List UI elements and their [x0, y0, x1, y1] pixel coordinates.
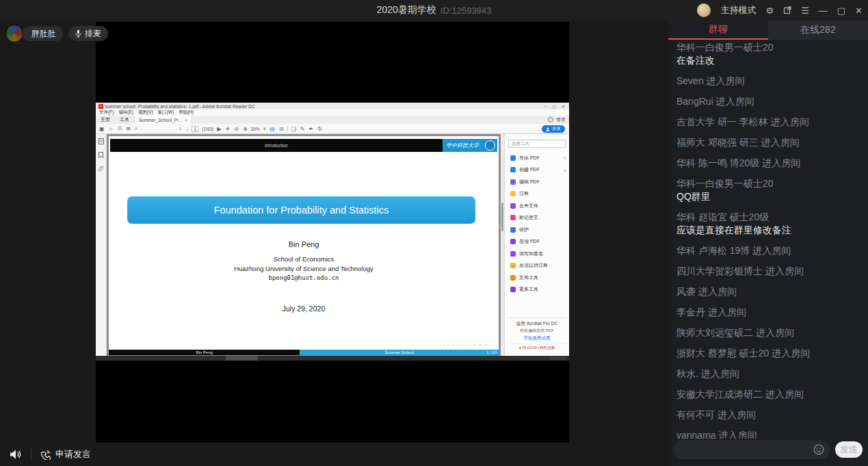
chat-message-sender: 福师大 邓晓强 研三 进入房间: [676, 136, 863, 149]
pdf-document-tab-close-icon: ×: [185, 118, 187, 122]
pdf-document-area: Introduction 华中科技大学 Foundation for Proba…: [107, 134, 501, 356]
tab-online-members[interactable]: 在线282: [768, 21, 868, 40]
tool-icon: [510, 155, 516, 161]
tool-icon: [510, 287, 516, 292]
tools-panel-item: 合并文件: [505, 200, 569, 212]
chat-message-sender: 陕师大刘远玺硕二 进入房间: [676, 326, 863, 339]
chat-message-sender: 浙财大 蔡梦慰 硕士20 进入房间: [676, 347, 863, 360]
pdf-close-icon: ✕: [562, 104, 565, 109]
chat-message-text: QQ群里: [676, 190, 863, 203]
tool-icon: [510, 227, 516, 233]
chat-message: 浙财大 蔡梦慰 硕士20 进入房间: [676, 347, 863, 360]
request-speak-label: 申请发言: [55, 448, 91, 461]
slide-title: Foundation for Probability and Statistic…: [127, 196, 475, 224]
promo-line-2: 轻松编辑您的 PDF: [508, 328, 566, 334]
tools-panel-item: 导出 PDF ∨: [505, 152, 569, 164]
chat-message: 安徽大学江成涛研二 进入房间: [676, 388, 863, 401]
queue-mic-button[interactable]: 排麦: [68, 26, 108, 41]
video-stage: A summer school -Probability and statist…: [96, 22, 569, 443]
speaker-icon: [10, 449, 23, 460]
chat-message-sender: 有何不可 进入房间: [676, 409, 863, 422]
pdf-maximize-icon: ▢: [552, 104, 556, 109]
title-bar: 2020暑期学校 ID:12593943 主持模式 ⚙ ☰ — ▢ ✕: [0, 0, 868, 21]
pdf-menu-bar: 文件(F)编辑(E)视图(V)窗口(W)帮助(H): [96, 109, 569, 116]
maximize-icon[interactable]: ▢: [837, 6, 845, 15]
pdf-page-nav-icon: ↓: [185, 126, 188, 132]
pdf-page-indicator: (1/63): [202, 127, 213, 131]
tool-icon: [510, 191, 516, 196]
presenter-avatar[interactable]: [5, 25, 23, 42]
chat-message: 福师大 邓晓强 研三 进入房间: [676, 136, 863, 149]
tab-group-chat[interactable]: 群聊: [668, 21, 768, 40]
microphone-icon: [75, 29, 81, 38]
pdf-share-label: 共享: [552, 126, 561, 132]
tools-panel-item: 创建 PDF ∨: [505, 164, 569, 177]
tools-panel-item: 编辑 PDF: [505, 176, 569, 188]
pdf-view-tool-icon: ▶: [217, 126, 221, 132]
minimize-icon[interactable]: —: [819, 6, 828, 15]
slide-footer-title: Summer School: [384, 350, 414, 354]
close-icon[interactable]: ✕: [855, 6, 863, 15]
pdf-toolbar-icon: ⌕: [135, 125, 137, 132]
tool-label: 压缩 PDF: [519, 238, 540, 245]
divider: [31, 449, 31, 460]
tools-panel-item: 填写和签名: [505, 248, 569, 260]
chat-input[interactable]: [674, 440, 830, 459]
tools-panel-item: 文件工具: [505, 272, 569, 284]
tools-panel-item: 压缩 PDF: [505, 236, 569, 248]
pdf-share-button: 共享: [542, 125, 565, 133]
chat-sidebar: 群聊 在线282 华科一白俊男一硕士20 在备注改 Seven 进入房间 Ban…: [668, 21, 868, 466]
presenter-name-badge[interactable]: 胖肚肚: [22, 26, 63, 41]
host-mode-label: 主持模式: [720, 4, 756, 16]
menu-icon[interactable]: ☰: [801, 6, 809, 15]
chat-message: 风袭 进入房间: [676, 285, 863, 298]
bottom-control-bar: 申请发言: [0, 443, 668, 466]
chat-message-sender: 华科 卢海松 19博 进入房间: [676, 244, 863, 257]
bookmarks-icon: [98, 152, 103, 158]
pdf-document-tab: Summer_School_Pr... ×: [134, 116, 192, 124]
pdf-menu-item: 视图(V): [138, 109, 153, 116]
pdf-toolbar-icon: ✉: [126, 126, 131, 132]
pdf-tools-panel: 搜索工具 导出 PDF ∨: [504, 134, 569, 356]
chat-message-sender: 华科一白俊男一硕士20: [676, 41, 863, 54]
chat-message: 华科 赵诣宜 硕士20级 应该是直接在群里修改备注: [676, 211, 863, 237]
room-title-group: 2020暑期学校 ID:12593943: [377, 0, 492, 21]
shared-screen-taskbar: [96, 356, 569, 361]
tool-icon: [510, 215, 516, 220]
tool-icon: [510, 263, 516, 268]
pdf-page-number-box: 1: [192, 126, 198, 132]
slide-footer-author: Bin Peng: [109, 350, 300, 355]
popout-icon[interactable]: [783, 6, 791, 14]
pdf-minimize-icon: –: [544, 104, 547, 109]
tool-label: 编辑 PDF: [519, 179, 540, 185]
pdf-annot-tool-icon: ↻: [317, 126, 322, 132]
chat-message-sender: 吉首大学 研一 李松林 进入房间: [676, 116, 863, 129]
pdf-tools-tab: 工具: [115, 116, 134, 124]
chat-message: BangRui 进入房间: [676, 95, 863, 108]
tool-label: 文件工具: [519, 274, 538, 281]
shared-screen: A summer school -Probability and statist…: [96, 103, 569, 361]
pdf-page-nav-icon: ↑: [179, 126, 181, 132]
settings-icon[interactable]: ⚙: [765, 6, 774, 15]
tools-panel-item: 注释: [505, 188, 569, 200]
pdf-menu-item: 窗口(W): [158, 109, 174, 116]
slide-section-header: Introduction: [110, 139, 443, 152]
chat-message-sender: yannama 进入房间: [676, 429, 863, 439]
request-speak-button[interactable]: 申请发言: [40, 448, 91, 461]
speaker-volume-button[interactable]: [10, 449, 23, 460]
chat-message: 李金丹 进入房间: [676, 306, 863, 319]
tool-icon: [510, 179, 516, 185]
chat-message-sender: 华科一白俊男一硕士20: [676, 177, 863, 190]
emoji-icon[interactable]: [813, 444, 824, 458]
university-name: 华中科技大学: [443, 142, 479, 149]
host-avatar[interactable]: [697, 3, 711, 17]
chat-message-list[interactable]: 华科一白俊男一硕士20 在备注改 Seven 进入房间 BangRui 进入房间…: [676, 41, 863, 439]
stage-area: 胖肚肚 排麦 A summer school -Probability and …: [0, 21, 668, 466]
notification-bell-icon: [548, 117, 553, 122]
beamer-navigation-symbols: ◃ ▹ ◃ △ ▽ ▹ ⊲ ⊳ ↺ ⌕: [443, 342, 493, 348]
pdf-menu-item: 编辑(E): [118, 109, 133, 116]
slide-email: bpeng01@hust.edu.cn: [109, 274, 499, 281]
send-button[interactable]: 发送: [835, 441, 863, 458]
tool-label: 发送以供注释: [519, 262, 548, 269]
chat-message-sender: BangRui 进入房间: [676, 95, 863, 108]
